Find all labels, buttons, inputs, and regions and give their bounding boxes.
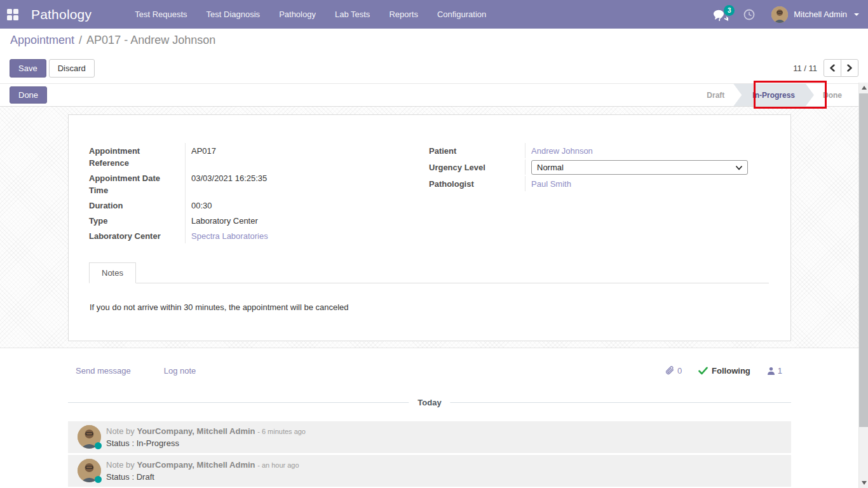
left-field-group: Appointment Reference AP017 Appointment … [89,143,422,243]
chevron-down-icon [735,164,743,172]
done-action-button[interactable]: Done [10,86,47,104]
chatter-topbar: Send message Log note 0 Following 1 [0,348,858,376]
field-label: Urgency Level [429,159,526,175]
attachments-button[interactable]: 0 [665,365,682,376]
control-panel: Save Discard 11 / 11 [10,58,858,78]
field-value: 00:30 [186,198,422,213]
field-value: 03/03/2021 16:25:35 [186,170,422,198]
person-icon [767,367,775,375]
laboratory-center-link[interactable]: Spectra Laboratories [191,231,268,241]
scrollbar-down-arrow[interactable] [859,478,868,488]
date-divider-label: Today [409,398,450,407]
top-navbar: Pathology Test Requests Test Diagnosis P… [0,0,868,29]
urgency-level-select[interactable]: Normal [531,160,748,175]
field-appointment-date-time: Appointment Date Time 03/03/2021 16:25:3… [89,170,422,198]
check-icon [698,367,708,375]
menu-pathology[interactable]: Pathology [271,1,323,27]
followers-count: 1 [778,366,782,376]
field-label: Appointment Reference [89,143,186,170]
log-note-button[interactable]: Log note [164,366,196,376]
field-type: Type Laboratory Center [89,213,422,228]
field-label: Appointment Date Time [89,170,186,198]
form-statusbar: Done Draft In-Progress Done [0,83,858,107]
field-label: Pathologist [429,176,526,191]
status-step-done[interactable]: Done [814,91,851,100]
pager-count: 11 / 11 [793,64,817,73]
chevron-down-icon [854,13,859,16]
message-thread: Note by YourCompany, Mitchell Admin - 6 … [68,421,791,488]
field-appointment-reference: Appointment Reference AP017 [89,143,422,170]
menu-reports[interactable]: Reports [381,1,426,27]
field-label: Duration [89,198,186,213]
field-pathologist: Pathologist Paul Smith [429,176,769,191]
patient-link[interactable]: Andrew Johnson [531,146,593,156]
message-body: Status : In-Progress [106,438,791,448]
following-label: Following [712,366,750,376]
form-sheet: Appointment Reference AP017 Appointment … [68,114,791,341]
date-divider: Today [68,402,791,403]
apps-grid-icon[interactable] [7,9,18,20]
message-author[interactable]: YourCompany, Mitchell Admin [137,460,255,470]
online-status-dot [95,476,102,483]
field-laboratory-center: Laboratory Center Spectra Laboratories [89,228,422,243]
app-title[interactable]: Pathology [31,7,92,22]
navbar-right: 3 Mitc [705,4,859,25]
activity-menu[interactable] [736,5,763,24]
urgency-level-selected-value: Normal [537,161,564,173]
main-menu: Test Requests Test Diagnosis Pathology L… [127,1,494,27]
field-duration: Duration 00:30 [89,198,422,213]
field-patient: Patient Andrew Johnson [429,143,769,158]
menu-test-requests[interactable]: Test Requests [127,1,194,27]
breadcrumb-current: AP017 - Andrew Johnson [86,34,215,47]
tab-notes[interactable]: Notes [89,262,136,283]
field-label: Laboratory Center [89,228,186,243]
message-timestamp: - an hour ago [257,461,299,469]
messaging-menu[interactable]: 3 [705,4,736,25]
user-avatar [771,6,788,23]
notebook: Notes If you do not arrive within 30 min… [89,262,769,312]
attachments-count: 0 [677,366,682,376]
save-button[interactable]: Save [10,59,46,78]
message-item[interactable]: Note by YourCompany, Mitchell Admin - an… [68,455,791,487]
field-value: AP017 [186,143,422,170]
chevron-right-icon [846,64,853,72]
message-prefix: Note by [106,426,135,436]
field-label: Type [89,213,186,228]
menu-configuration[interactable]: Configuration [430,1,494,27]
message-body: Status : Draft [106,472,791,482]
clock-icon [743,9,755,20]
field-label: Patient [429,143,526,158]
right-field-group: Patient Andrew Johnson Urgency Level Nor… [429,143,769,243]
breadcrumb-appointment-link[interactable]: Appointment [10,34,74,47]
user-name: Mitchell Admin [794,10,847,19]
tab-strip: Notes [89,262,769,283]
scrollbar-up-arrow[interactable] [859,83,868,93]
status-step-in-progress-active[interactable]: In-Progress [733,84,814,106]
menu-test-diagnosis[interactable]: Test Diagnosis [199,1,268,27]
following-button[interactable]: Following [698,366,750,376]
pathologist-link[interactable]: Paul Smith [531,179,571,189]
discard-button[interactable]: Discard [49,59,95,78]
user-menu[interactable]: Mitchell Admin [771,6,859,23]
vertical-scrollbar[interactable] [858,83,868,488]
breadcrumb: Appointment / AP017 - Andrew Johnson [10,34,215,47]
field-value: Laboratory Center [186,213,422,228]
followers-button[interactable]: 1 [767,366,782,376]
scrollbar-thumb[interactable] [859,93,868,427]
status-widget: Draft In-Progress Done [698,84,851,106]
chevron-left-icon [829,64,836,72]
message-prefix: Note by [106,460,135,470]
message-timestamp: - 6 minutes ago [257,428,306,435]
app-window: Pathology Test Requests Test Diagnosis P… [0,0,868,488]
pager-next-button[interactable] [841,59,858,77]
field-urgency-level: Urgency Level Normal [429,158,769,176]
paperclip-icon [665,365,675,376]
pager-previous-button[interactable] [824,59,841,77]
message-author[interactable]: YourCompany, Mitchell Admin [137,426,255,436]
breadcrumb-separator: / [79,34,82,47]
notes-tab-content: If you do not arrive within 30 minutes, … [89,283,769,312]
send-message-button[interactable]: Send message [76,366,131,376]
menu-lab-tests[interactable]: Lab Tests [327,1,377,27]
message-item[interactable]: Note by YourCompany, Mitchell Admin - 6 … [68,421,791,453]
status-step-draft[interactable]: Draft [698,91,733,100]
